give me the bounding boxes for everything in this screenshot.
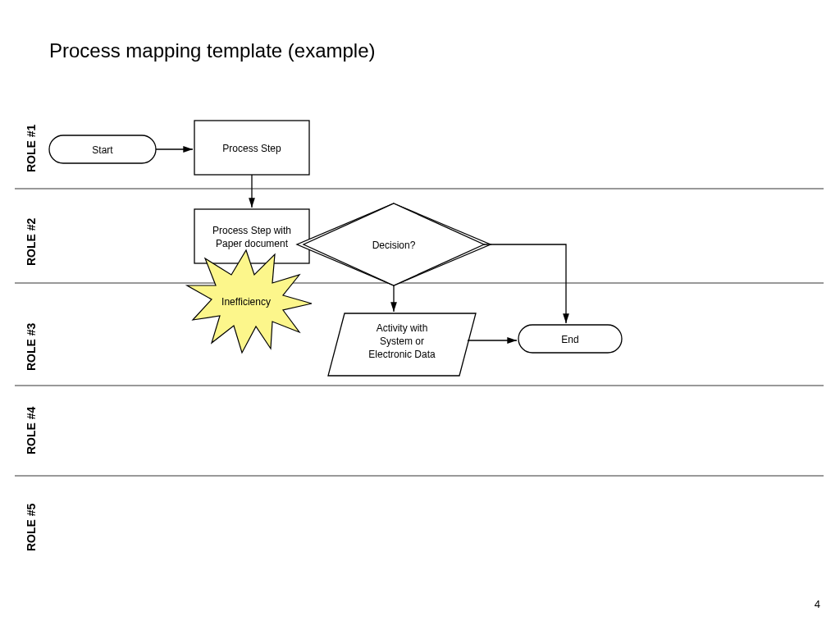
page-number: 4 <box>815 598 820 610</box>
svg-text:Process Step with: Process Step with <box>212 225 291 236</box>
svg-rect-10 <box>194 209 309 263</box>
decision-node-shape: Decision? <box>304 203 484 285</box>
svg-text:Process Step: Process Step <box>222 143 281 154</box>
inefficiency-burst: Inefficiency <box>187 250 312 353</box>
activity-node: Activity with System or Electronic Data <box>328 313 476 376</box>
svg-text:Electronic Data: Electronic Data <box>368 349 436 360</box>
svg-text:Inefficiency: Inefficiency <box>221 296 271 308</box>
process-step-node: Process Step <box>194 121 309 175</box>
svg-text:Start: Start <box>92 144 113 156</box>
svg-text:Activity with: Activity with <box>377 322 428 334</box>
end-node: End <box>518 325 622 353</box>
start-node: Start <box>49 135 156 163</box>
svg-text:System or: System or <box>380 336 424 347</box>
svg-text:Paper document: Paper document <box>216 238 289 249</box>
svg-text:Decision?: Decision? <box>372 240 416 251</box>
flowchart-canvas: Start Process Step Process Step with Pap… <box>0 0 840 630</box>
paper-step-node: Process Step with Paper document <box>194 209 309 263</box>
svg-text:End: End <box>561 334 578 345</box>
